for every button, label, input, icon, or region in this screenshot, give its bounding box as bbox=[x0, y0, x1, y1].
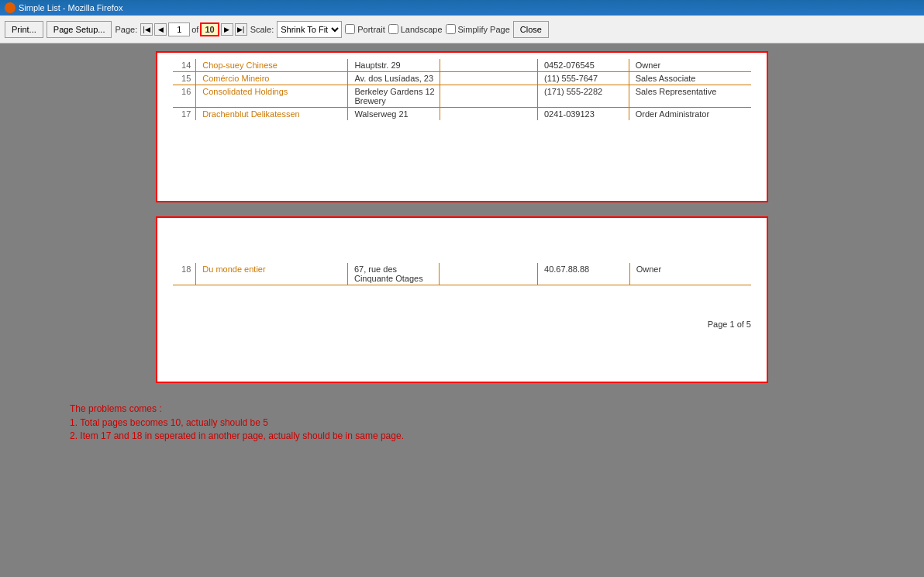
row-name: Consolidated Holdings bbox=[196, 85, 348, 108]
bottom-table: 18 Du monde entier 67, rue des Cinquante… bbox=[173, 263, 751, 309]
table-row: 14 Chop-suey Chinese Hauptstr. 29 0452-0… bbox=[173, 59, 751, 72]
portrait-label: Portrait bbox=[357, 25, 384, 34]
page-number: Page 1 of 5 bbox=[173, 316, 751, 332]
problem-item-1: 1. Total pages becomes 10, actually shou… bbox=[70, 417, 854, 428]
row-num: 17 bbox=[173, 108, 196, 121]
row-phone: 0241-039123 bbox=[538, 108, 629, 121]
window-title: Simple List - Mozilla Firefox bbox=[19, 3, 122, 12]
page-navigation: |◀ ◀ of 10 ▶ ▶| bbox=[140, 22, 247, 36]
row-address: Berkeley Gardens 12 Brewery bbox=[348, 85, 440, 108]
table-row: 18 Du monde entier 67, rue des Cinquante… bbox=[173, 263, 751, 285]
close-button[interactable]: Close bbox=[513, 21, 549, 38]
row-role: Sales Associate bbox=[629, 72, 751, 85]
row-phone: (11) 555-7647 bbox=[538, 72, 629, 85]
title-bar: Simple List - Mozilla Firefox bbox=[0, 0, 924, 16]
of-label: of bbox=[191, 25, 198, 34]
row-city bbox=[440, 59, 537, 72]
row-address: Av. dos Lusíadas, 23 bbox=[348, 72, 440, 85]
page-top-margin bbox=[173, 224, 751, 263]
toolbar: Print... Page Setup... Page: |◀ ◀ of 10 … bbox=[0, 16, 924, 43]
table-row: 15 Comércio Mineiro Av. dos Lusíadas, 23… bbox=[173, 72, 751, 85]
simplify-label: Simplify Page bbox=[458, 25, 510, 34]
row-num: 14 bbox=[173, 59, 196, 72]
problem-item-2: 2. Item 17 and 18 in seperated in anothe… bbox=[70, 430, 854, 441]
simplify-checkbox[interactable] bbox=[446, 24, 456, 34]
page-label: Page: bbox=[115, 25, 137, 34]
page-setup-button[interactable]: Page Setup... bbox=[47, 21, 112, 38]
prev-page-button[interactable]: ◀ bbox=[154, 23, 167, 36]
problems-list: 1. Total pages becomes 10, actually shou… bbox=[70, 417, 854, 441]
row-name: Du monde entier bbox=[196, 263, 348, 285]
row-role: Owner bbox=[629, 263, 751, 285]
table-row: 16 Consolidated Holdings Berkeley Garden… bbox=[173, 85, 751, 108]
row-name: Comércio Mineiro bbox=[196, 72, 348, 85]
next-page-button[interactable]: ▶ bbox=[221, 23, 233, 36]
problems-section: The problems comes : 1. Total pages beco… bbox=[0, 397, 924, 450]
spacer-row bbox=[173, 285, 751, 309]
row-name: Chop-suey Chinese bbox=[196, 59, 348, 72]
total-pages: 10 bbox=[200, 22, 219, 36]
landscape-label: Landscape bbox=[401, 25, 443, 34]
problems-title: The problems comes : bbox=[70, 403, 854, 414]
landscape-checkbox[interactable] bbox=[388, 24, 398, 34]
row-phone: (171) 555-2282 bbox=[538, 85, 629, 108]
page-fragment-top: 14 Chop-suey Chinese Hauptstr. 29 0452-0… bbox=[156, 51, 768, 202]
row-phone: 40.67.88.88 bbox=[538, 263, 630, 285]
row-city bbox=[440, 85, 537, 108]
row-num: 18 bbox=[173, 263, 196, 285]
print-button[interactable]: Print... bbox=[5, 21, 43, 38]
simplify-group: Simplify Page bbox=[446, 24, 510, 34]
row-num: 15 bbox=[173, 72, 196, 85]
top-table: 14 Chop-suey Chinese Hauptstr. 29 0452-0… bbox=[173, 59, 751, 167]
row-role: Owner bbox=[629, 59, 751, 72]
portrait-group: Portrait bbox=[345, 24, 384, 34]
scale-select[interactable]: Shrink To Fit 50% 75% 100% bbox=[277, 21, 342, 38]
row-address: Hauptstr. 29 bbox=[348, 59, 440, 72]
print-area: 14 Chop-suey Chinese Hauptstr. 29 0452-0… bbox=[0, 43, 924, 391]
row-phone: 0452-076545 bbox=[538, 59, 629, 72]
scale-label: Scale: bbox=[250, 25, 274, 34]
last-page-button[interactable]: ▶| bbox=[235, 23, 247, 36]
row-name: Drachenblut Delikatessen bbox=[196, 108, 348, 121]
portrait-checkbox[interactable] bbox=[345, 24, 355, 34]
spacer-row bbox=[173, 120, 751, 167]
page-number-input[interactable] bbox=[168, 22, 190, 36]
row-city bbox=[440, 72, 537, 85]
row-address: 67, rue des Cinquante Otages bbox=[347, 263, 439, 285]
row-num: 16 bbox=[173, 85, 196, 108]
main-content: 14 Chop-suey Chinese Hauptstr. 29 0452-0… bbox=[0, 43, 924, 577]
row-address: Walserweg 21 bbox=[348, 108, 440, 121]
firefox-icon bbox=[5, 2, 16, 13]
table-row: 17 Drachenblut Delikatessen Walserweg 21… bbox=[173, 108, 751, 121]
row-role: Order Administrator bbox=[629, 108, 751, 121]
page-fragment-bottom: 18 Du monde entier 67, rue des Cinquante… bbox=[156, 216, 768, 383]
row-city bbox=[440, 108, 537, 121]
row-role: Sales Representative bbox=[629, 85, 751, 108]
landscape-group: Landscape bbox=[388, 24, 443, 34]
first-page-button[interactable]: |◀ bbox=[140, 23, 153, 36]
page-separator bbox=[156, 202, 768, 216]
row-city bbox=[440, 263, 538, 285]
